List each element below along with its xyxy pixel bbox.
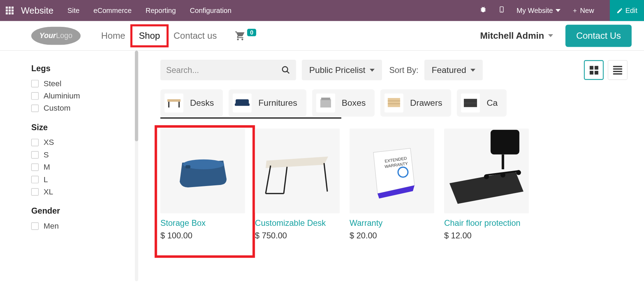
edit-button-label: Edit: [625, 6, 637, 15]
product-image: [160, 128, 245, 213]
product-price: $ 750.00: [255, 231, 340, 240]
filter-sidebar: Legs Steel Aluminium Custom Size XS S M …: [0, 51, 138, 240]
filter-opt-s[interactable]: S: [31, 150, 138, 160]
svg-point-32: [484, 174, 489, 179]
product-image: [255, 128, 340, 213]
menu-site[interactable]: Site: [68, 6, 80, 15]
svg-rect-9: [320, 99, 331, 107]
sort-value: Featured: [432, 65, 466, 75]
list-icon: [613, 66, 622, 74]
pricelist-label: Public Pricelist: [309, 65, 365, 75]
cart-icon: [235, 30, 246, 41]
product-card-customizable-desk[interactable]: Customizable Desk $ 750.00: [255, 128, 340, 240]
category-drawers[interactable]: Drawers: [381, 89, 451, 117]
product-price: $ 100.00: [160, 231, 245, 240]
menu-configuration[interactable]: Configuration: [190, 6, 231, 15]
product-card-storage-box[interactable]: Storage Box $ 100.00: [160, 128, 245, 240]
user-name: Mitchell Admin: [480, 30, 544, 41]
product-image: EXTENDEDWARRANTY: [350, 128, 434, 213]
checkbox-icon: [31, 176, 39, 183]
sort-selector[interactable]: Featured: [424, 60, 483, 80]
checkbox-icon: [31, 92, 39, 99]
svg-rect-10: [321, 98, 330, 100]
checkbox-icon: [31, 163, 39, 171]
menu-reporting[interactable]: Reporting: [146, 6, 176, 15]
svg-rect-8: [235, 103, 250, 106]
site-logo[interactable]: YourLogo: [31, 27, 81, 45]
category-desks[interactable]: Desks: [160, 89, 223, 117]
cart-count: 0: [247, 29, 256, 36]
search-placeholder: Search...: [166, 65, 199, 75]
shop-toolbar: Search... Public Pricelist Sort By: Feat…: [160, 60, 627, 80]
nav-contact[interactable]: Contact us: [169, 28, 221, 44]
new-button-label: New: [580, 6, 594, 15]
product-card-chair-floor-protection[interactable]: Chair floor protection $ 12.00: [444, 128, 529, 240]
product-image: [444, 128, 529, 213]
checkbox-icon: [31, 188, 39, 195]
nav-home[interactable]: Home: [97, 28, 129, 44]
new-button[interactable]: New: [572, 6, 594, 15]
search-input[interactable]: Search...: [160, 60, 296, 80]
category-thumb: [164, 94, 183, 112]
checkbox-icon: [31, 80, 39, 87]
top-menu: Site eCommerce Reporting Configuration: [68, 6, 232, 15]
category-underline: [160, 117, 341, 119]
category-boxes[interactable]: Boxes: [312, 89, 375, 117]
filter-group-gender: Gender: [31, 206, 138, 216]
svg-marker-18: [266, 156, 328, 168]
filter-opt-xs[interactable]: XS: [31, 138, 138, 147]
filter-opt-m[interactable]: M: [31, 163, 138, 172]
edit-button[interactable]: Edit: [610, 0, 644, 21]
nav-shop[interactable]: Shop: [130, 24, 169, 47]
sidebar-scrollbar-thumb[interactable]: [135, 51, 138, 141]
filter-opt-xl[interactable]: XL: [31, 187, 138, 197]
website-selector[interactable]: My Website: [516, 6, 560, 15]
grid-view-button[interactable]: [584, 60, 604, 80]
shop-main: Search... Public Pricelist Sort By: Feat…: [138, 51, 644, 240]
cart-button[interactable]: 0: [235, 30, 256, 41]
filter-group-legs: Legs: [31, 64, 138, 73]
category-more[interactable]: Ca: [457, 89, 507, 117]
product-price: $ 20.00: [350, 231, 434, 240]
svg-point-33: [500, 172, 505, 177]
menu-ecommerce[interactable]: eCommerce: [93, 6, 131, 15]
app-name[interactable]: Website: [21, 5, 53, 16]
product-card-warranty[interactable]: EXTENDEDWARRANTY Warranty $ 20.00: [350, 128, 434, 240]
filter-opt-aluminium[interactable]: Aluminium: [31, 91, 138, 101]
svg-point-2: [282, 67, 288, 72]
svg-rect-17: [185, 165, 190, 168]
svg-rect-5: [168, 102, 170, 107]
filter-group-size: Size: [31, 123, 138, 132]
sort-label: Sort By:: [389, 65, 419, 75]
user-menu[interactable]: Mitchell Admin: [480, 30, 553, 41]
product-title: Chair floor protection: [444, 218, 529, 228]
category-thumb: [461, 94, 480, 112]
checkbox-icon: [31, 222, 39, 230]
list-view-button[interactable]: [608, 60, 628, 80]
checkbox-icon: [31, 151, 39, 158]
app-topbar: Website Site eCommerce Reporting Configu…: [0, 0, 644, 21]
category-thumb: [316, 94, 335, 112]
svg-rect-4: [167, 99, 181, 102]
checkbox-icon: [31, 139, 39, 146]
chevron-down-icon: [369, 68, 374, 71]
svg-point-34: [516, 170, 521, 175]
svg-rect-11: [388, 98, 400, 107]
chevron-down-icon: [548, 34, 553, 37]
pricelist-selector[interactable]: Public Pricelist: [302, 60, 382, 80]
svg-line-21: [324, 163, 327, 191]
filter-opt-men[interactable]: Men: [31, 222, 138, 231]
svg-line-19: [266, 165, 270, 193]
product-title: Storage Box: [160, 218, 245, 228]
filter-opt-custom[interactable]: Custom: [31, 104, 138, 113]
mobile-icon[interactable]: [498, 5, 505, 15]
bug-icon[interactable]: [480, 6, 487, 15]
site-header: YourLogo Home Shop Contact us 0 Mitchell…: [0, 21, 644, 51]
filter-opt-l[interactable]: L: [31, 175, 138, 184]
contact-us-button[interactable]: Contact Us: [566, 24, 632, 47]
filter-opt-steel[interactable]: Steel: [31, 79, 138, 88]
category-furnitures[interactable]: Furnitures: [229, 89, 306, 117]
svg-rect-29: [491, 130, 520, 155]
apps-icon[interactable]: [6, 7, 14, 14]
grid-icon: [590, 66, 598, 74]
